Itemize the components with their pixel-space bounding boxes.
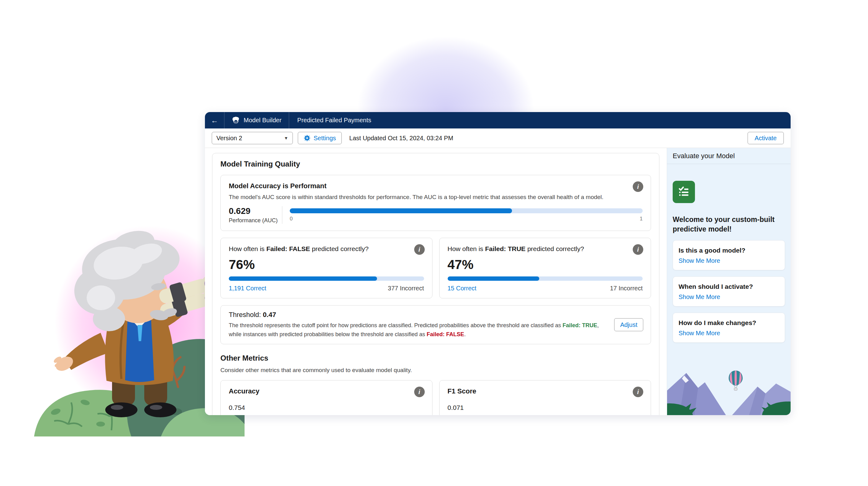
info-icon[interactable]: i <box>633 387 643 397</box>
info-icon[interactable]: i <box>414 387 425 397</box>
welcome-message: Welcome to your custom-built predictive … <box>673 215 775 234</box>
correct-count-link[interactable]: 1,191 Correct <box>229 284 266 293</box>
scale-max: 1 <box>640 216 643 222</box>
metric-title: F1 Score <box>447 387 643 396</box>
toolbar: Version 2 ▼ Settings Last Updated Oct 15… <box>205 128 790 148</box>
help-question: When should I activate? <box>679 282 779 291</box>
settings-button[interactable]: Settings <box>298 132 342 144</box>
auc-card: i Model Accuracy is Performant The model… <box>220 175 651 231</box>
top-navbar: ← Model Builder Predicted Failed Payment… <box>205 112 790 128</box>
other-metrics-title: Other Metrics <box>220 353 651 363</box>
evaluate-sidebar: Evaluate your Model Welcome to your cust… <box>667 148 790 415</box>
last-updated-text: Last Updated Oct 15, 2024, 03:24 PM <box>349 135 453 142</box>
version-select[interactable]: Version 2 ▼ <box>212 132 293 144</box>
help-question: How do I make changes? <box>679 318 779 327</box>
model-builder-window: ← Model Builder Predicted Failed Payment… <box>205 112 790 415</box>
activate-button[interactable]: Activate <box>748 132 784 144</box>
failed-true-card: i How often is Failed: TRUE predicted co… <box>439 238 651 298</box>
hot-air-balloon-icon <box>729 370 743 390</box>
help-question: Is this a good model? <box>679 246 779 254</box>
app-home[interactable]: Model Builder <box>224 112 289 128</box>
show-me-more-link[interactable]: Show Me More <box>679 257 720 264</box>
adjust-label: Adjust <box>620 321 638 328</box>
version-select-value: Version 2 <box>216 135 242 142</box>
show-me-more-link[interactable]: Show Me More <box>679 330 720 337</box>
auc-value: 0.629 <box>229 206 278 216</box>
main-content: Model Training Quality i Model Accuracy … <box>205 148 667 415</box>
failed-false-progress-track <box>229 276 424 281</box>
other-metrics-subtitle: Consider other metrics that are commonly… <box>220 366 651 374</box>
failed-true-progress-track <box>447 276 643 281</box>
failed-false-card: i How often is Failed: FALSE predicted c… <box>220 238 432 298</box>
f1-metric-card: i F1 Score 0.071 <box>439 380 651 415</box>
sidebar-title: Evaluate your Model <box>667 148 790 164</box>
section-title: Model Training Quality <box>220 159 651 169</box>
auc-progress-track <box>290 208 643 213</box>
scale-min: 0 <box>290 216 292 222</box>
gear-icon <box>304 135 310 142</box>
threshold-card: Threshold: 0.47 The threshold represents… <box>220 305 651 344</box>
checklist-icon <box>673 181 695 203</box>
activate-label: Activate <box>755 135 777 142</box>
training-quality-panel: Model Training Quality i Model Accuracy … <box>212 153 659 415</box>
correct-count-link[interactable]: 15 Correct <box>447 284 476 293</box>
metric-value: 0.754 <box>229 404 424 412</box>
chevron-down-icon: ▼ <box>284 135 288 141</box>
adjust-button[interactable]: Adjust <box>614 318 643 331</box>
mountain-scenery <box>667 369 790 415</box>
info-icon[interactable]: i <box>414 244 425 255</box>
failed-true-percent: 47% <box>447 257 643 272</box>
info-icon[interactable]: i <box>633 181 643 192</box>
threshold-description: The threshold represents the cutoff poin… <box>229 321 600 339</box>
metric-value: 0.071 <box>447 404 643 412</box>
failed-true-progress-fill <box>447 276 539 281</box>
incorrect-count: 377 Incorrect <box>388 284 424 293</box>
auc-value-label: Performance (AUC) <box>229 217 278 224</box>
accuracy-metric-card: i Accuracy 0.754 <box>220 380 432 415</box>
settings-label: Settings <box>314 135 336 142</box>
back-button[interactable]: ← <box>205 112 224 128</box>
einstein-head-icon <box>232 116 240 124</box>
help-card: When should I activate? Show Me More <box>673 276 785 306</box>
show-me-more-link[interactable]: Show Me More <box>679 294 720 301</box>
metric-title: Accuracy <box>229 387 424 396</box>
failed-true-question: How often is Failed: TRUE predicted corr… <box>447 244 643 253</box>
failed-true-label: Failed: TRUE <box>562 322 597 328</box>
auc-progress-fill <box>290 208 512 213</box>
app-name: Model Builder <box>244 117 281 124</box>
help-card: How do I make changes? Show Me More <box>673 313 785 343</box>
incorrect-count: 17 Incorrect <box>610 284 643 293</box>
failed-false-progress-fill <box>229 276 377 281</box>
auc-card-title: Model Accuracy is Performant <box>229 181 643 191</box>
failed-false-question: How often is Failed: FALSE predicted cor… <box>229 244 424 253</box>
vertical-divider <box>282 206 282 224</box>
failed-false-label: Failed: FALSE <box>427 331 464 337</box>
failed-false-percent: 76% <box>229 257 424 272</box>
info-icon[interactable]: i <box>633 244 643 255</box>
threshold-title: Threshold: 0.47 <box>229 310 606 319</box>
model-name: Predicted Failed Payments <box>289 112 379 128</box>
auc-card-description: The model's AUC score is within standard… <box>229 193 643 201</box>
help-card: Is this a good model? Show Me More <box>673 240 785 270</box>
